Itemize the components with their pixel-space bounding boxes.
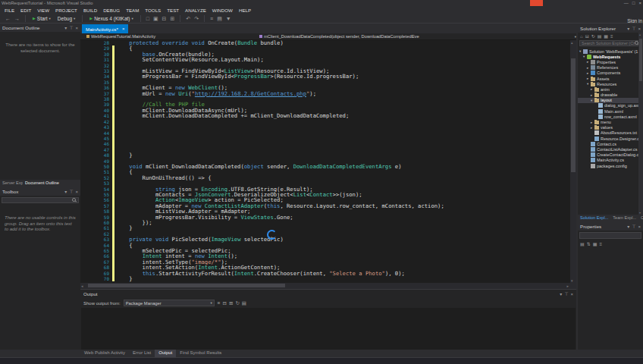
window-position-icon[interactable]: ▾: [64, 190, 67, 194]
pin-icon[interactable]: ⊤: [632, 27, 635, 31]
tree-item-drawable[interactable]: ▸drawable: [578, 93, 643, 98]
undo-icon[interactable]: ↶: [185, 16, 191, 21]
comment-icon[interactable]: ≡: [209, 16, 214, 21]
device-target-dropdown[interactable]: ▶ Nexus 4 (KitKat) ▾: [87, 16, 135, 21]
scrollbar-thumb[interactable]: [571, 58, 576, 172]
breadcrumb-class-dropdown[interactable]: WebRequestTutorial.MainActivity: [80, 34, 256, 39]
tree-item-packages-config[interactable]: packages.config: [578, 163, 643, 168]
solution-configuration-dropdown[interactable]: Debug ▾: [55, 16, 77, 21]
dock-tab-server-explorer[interactable]: Server Explorer: [0, 180, 23, 187]
home-icon[interactable]: ⌂: [580, 34, 583, 39]
properties-icon[interactable]: ≡: [610, 34, 613, 39]
more-options-icon[interactable]: ▼: [225, 16, 232, 21]
tree-item-aboutresources-txt[interactable]: AboutResources.txt: [578, 130, 643, 136]
scroll-left-icon[interactable]: ◂: [81, 284, 83, 288]
close-icon[interactable]: ×: [638, 224, 641, 229]
menu-file[interactable]: FILE: [2, 7, 17, 14]
expand-icon[interactable]: ⊞: [229, 300, 233, 306]
messages-icon[interactable]: ≡: [218, 300, 221, 306]
properties-icon[interactable]: ▦: [593, 241, 598, 246]
tree-item-resource-designer-cs[interactable]: Resource.Designer.cs: [578, 136, 643, 141]
menu-debug[interactable]: DEBUG: [100, 7, 123, 14]
tool-tab-solution-expl[interactable]: Solution Expl...: [578, 215, 610, 222]
menu-build[interactable]: BUILD: [80, 7, 100, 14]
pin-icon[interactable]: ⊤: [564, 292, 568, 297]
tree-item-values[interactable]: ▸values: [578, 125, 643, 130]
refresh-icon[interactable]: ↻: [591, 33, 595, 39]
scroll-right-icon[interactable]: ▸: [566, 284, 569, 288]
tool-tab-team-expl[interactable]: Team Expl...: [610, 215, 638, 222]
pin-icon[interactable]: ⊤: [69, 26, 73, 30]
word-wrap-icon[interactable]: ▤: [242, 300, 246, 306]
output-source-dropdown[interactable]: Package Manager ▾: [124, 300, 215, 306]
pin-icon[interactable]: ⊤: [69, 190, 73, 194]
scrollbar-thumb[interactable]: [639, 39, 642, 81]
tree-item-contact-cs[interactable]: Contact.cs: [578, 141, 643, 146]
navigate-forward-icon[interactable]: →: [14, 16, 20, 21]
close-icon[interactable]: ×: [638, 27, 641, 31]
panel-tab-output[interactable]: Output: [155, 350, 176, 357]
scroll-up-icon[interactable]: ▴: [639, 33, 641, 36]
tree-item-components[interactable]: ▸Components: [578, 71, 643, 76]
tool-tab-cla[interactable]: Cla...: [638, 215, 643, 222]
tree-item-assets[interactable]: ▸Assets: [578, 76, 643, 81]
tree-item-mainactivity-cs[interactable]: MainActivity.cs: [578, 158, 643, 163]
tree-item-properties[interactable]: ▸Properties: [578, 59, 643, 64]
menu-edit[interactable]: EDIT: [17, 7, 34, 14]
view-code-icon[interactable]: ▦: [604, 33, 608, 39]
tree-item-main-axml[interactable]: Main.axml: [578, 108, 643, 114]
tree-item-contactlistadapter-cs[interactable]: ContactListAdapter.cs: [578, 146, 643, 152]
tree-item-anim[interactable]: ▸anim: [578, 86, 643, 92]
solution-explorer-search-box[interactable]: [579, 40, 641, 46]
tree-item-resources[interactable]: ▾Resources: [578, 81, 643, 86]
close-icon[interactable]: ×: [122, 27, 125, 31]
tree-item-solution-webrequests-1-project[interactable]: ▾Solution 'WebRequests' (1 project): [578, 49, 643, 54]
menu-team[interactable]: TEAM: [123, 7, 142, 14]
pin-icon[interactable]: ⊤: [632, 224, 635, 229]
scroll-down-icon[interactable]: ▾: [639, 211, 641, 215]
scrollbar-thumb[interactable]: [88, 284, 285, 287]
menu-view[interactable]: VIEW: [34, 7, 52, 14]
scroll-up-icon[interactable]: ▴: [571, 40, 573, 45]
show-all-files-icon[interactable]: ▤: [598, 33, 602, 39]
clear-all-icon[interactable]: ↻: [235, 300, 239, 306]
menu-help[interactable]: HELP: [236, 7, 254, 14]
menu-tools[interactable]: TOOLS: [142, 7, 164, 14]
close-icon[interactable]: ×: [570, 292, 573, 297]
window-position-icon[interactable]: ▾: [627, 224, 629, 229]
tree-item-layout[interactable]: ▾layout: [578, 98, 643, 103]
toolbox-search-input[interactable]: [4, 198, 72, 202]
redo-icon[interactable]: ↷: [193, 16, 199, 21]
tree-item-webrequests[interactable]: ▾WebRequests: [578, 54, 643, 59]
navigate-back-icon[interactable]: ←: [5, 16, 11, 21]
tree-item-dialog-sign-up-axml[interactable]: dialog_sign_up.axml: [578, 103, 643, 108]
close-icon[interactable]: ×: [75, 26, 78, 30]
save-icon[interactable]: ⊟: [162, 16, 168, 21]
collapse-icon[interactable]: ⊟: [223, 300, 227, 306]
window-position-icon[interactable]: ▾: [560, 292, 562, 297]
save-all-icon[interactable]: ⊞: [169, 16, 175, 21]
maximize-button[interactable]: □: [632, 1, 635, 5]
vertical-scrollbar[interactable]: ▴ ▾: [570, 40, 576, 283]
vertical-scrollbar[interactable]: ▴ ▾: [638, 33, 643, 215]
window-position-icon[interactable]: ▾: [627, 27, 629, 31]
tree-item-createcontactdialog-cs[interactable]: CreateContactDialog.cs: [578, 152, 643, 158]
toolbox-search-box[interactable]: [2, 197, 79, 203]
collapse-all-icon[interactable]: ⊟: [585, 33, 589, 39]
menu-window[interactable]: WINDOW: [209, 7, 236, 14]
solution-explorer-search-input[interactable]: [582, 41, 635, 46]
menu-project[interactable]: PROJECT: [52, 7, 80, 14]
panel-tab-find-symbol-results[interactable]: Find Symbol Results: [176, 350, 225, 357]
categorized-icon[interactable]: ▤: [580, 241, 585, 246]
close-icon[interactable]: ×: [75, 190, 78, 194]
breadcrumb-member-dropdown[interactable]: mClient_DownloadDataCompleted(object sen…: [256, 34, 576, 39]
tree-item-menu[interactable]: ▸menu: [578, 119, 643, 124]
menu-test[interactable]: TEST: [164, 7, 182, 14]
close-button[interactable]: ×: [638, 1, 641, 5]
dock-tab-document-outline[interactable]: Document Outline: [23, 180, 61, 187]
minimize-button[interactable]: —: [624, 1, 629, 5]
tab-mainactivity-cs[interactable]: MainActivity.cs* ×: [82, 24, 128, 33]
panel-tab-web-publish-activity[interactable]: Web Publish Activity: [80, 350, 129, 357]
events-icon[interactable]: ≡: [599, 242, 602, 246]
alphabetical-icon[interactable]: ⇅: [587, 241, 591, 246]
